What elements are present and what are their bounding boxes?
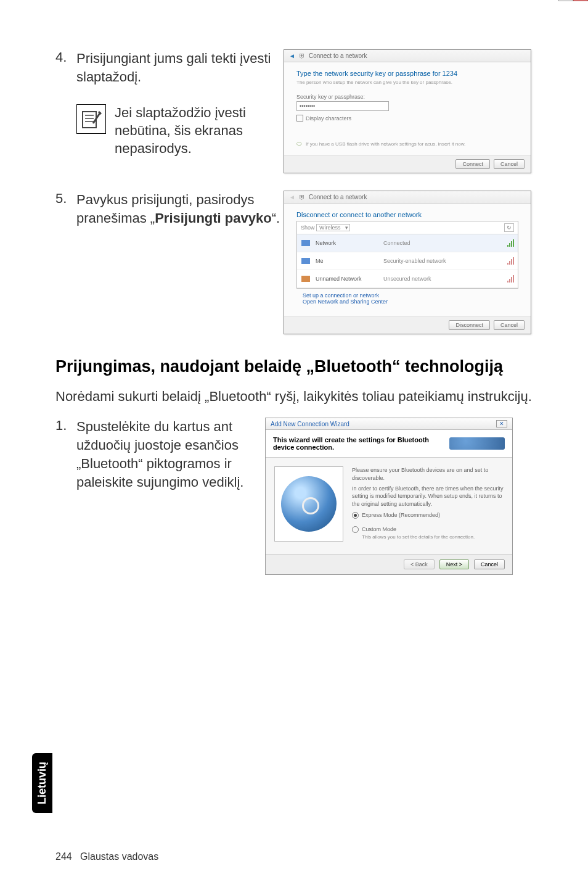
network-list-dialog: — ✕ ◄ ⛨ Connect to a network Disconnect …: [284, 191, 531, 334]
custom-mode-label: Custom Mode: [362, 526, 475, 534]
page-footer: 244 Glaustas vadovas: [55, 851, 158, 862]
svg-rect-0: [83, 112, 96, 128]
next-button[interactable]: Next >: [439, 559, 469, 569]
bt-body-line1: Please ensure your Bluetooth devices are…: [352, 466, 504, 482]
net-icon: ⛨: [299, 52, 305, 59]
display-chars-label: Display characters: [306, 115, 351, 122]
step4-number: 4.: [55, 49, 76, 65]
svg-rect-4: [301, 240, 310, 246]
bt-banner: This wizard will create the settings for…: [273, 436, 449, 451]
step5-text: Pavykus prisijungti, pasirodys pranešima…: [76, 191, 284, 227]
step5-number: 5.: [55, 191, 76, 207]
network-row[interactable]: Unnamed Network Unsecured network: [297, 270, 518, 288]
bt-title: Add New Connection Wizard: [271, 421, 349, 427]
express-mode-radio[interactable]: [352, 512, 359, 519]
svg-rect-6: [301, 276, 310, 282]
express-mode-label: Express Mode (Recommended): [362, 511, 440, 519]
network-row[interactable]: Me Security-enabled network: [297, 252, 518, 270]
sharing-center-link[interactable]: Open Network and Sharing Center: [303, 299, 512, 305]
bt-close-button[interactable]: ✕: [496, 420, 507, 427]
step4-text: Prisijungiant jums gali tekti įvesti sla…: [76, 49, 284, 86]
section-heading: Prijungimas, naudojant belaidę „Bluetoot…: [55, 357, 545, 377]
note-text: Jei slaptažodžio įvesti nebūtina, šis ek…: [115, 104, 284, 157]
bt-body-line2: In order to certify Bluetooth, there are…: [352, 485, 504, 508]
back-icon[interactable]: ◄: [289, 194, 295, 200]
setup-link[interactable]: Set up a connection or network: [303, 292, 512, 299]
net-icon: ⛨: [299, 194, 305, 200]
close-button[interactable]: ✕: [573, 0, 588, 1]
dialog1-title: Connect to a network: [309, 52, 367, 59]
key-label: Security key or passphrase:: [296, 94, 518, 100]
usb-icon: ⬭: [296, 140, 302, 147]
custom-mode-radio[interactable]: [352, 526, 359, 533]
svg-rect-5: [301, 258, 310, 264]
note-icon: [76, 104, 106, 134]
refresh-button[interactable]: ↻: [504, 223, 514, 232]
display-chars-checkbox[interactable]: [296, 115, 303, 122]
minimize-button[interactable]: —: [558, 0, 573, 1]
wifi-icon: [301, 257, 311, 265]
network-row[interactable]: Network Connected: [297, 234, 518, 252]
cancel-button[interactable]: Cancel: [494, 320, 525, 330]
connect-button[interactable]: Connect: [455, 159, 490, 169]
show-label: Show: [301, 225, 315, 231]
bt-orb-graphic: [274, 466, 343, 542]
dialog2-heading: Disconnect or connect to another network: [296, 211, 518, 218]
show-dropdown[interactable]: Wireless ▾: [316, 224, 350, 231]
step1-number: 1.: [55, 418, 76, 434]
wifi-icon: [301, 239, 311, 247]
network-key-dialog: — ✕ ◄ ⛨ Connect to a network Type the ne…: [284, 49, 531, 173]
dialog2-title: Connect to a network: [309, 194, 367, 200]
cancel-button[interactable]: Cancel: [494, 159, 525, 169]
language-tab: Lietuvių: [32, 753, 52, 813]
key-input[interactable]: ••••••••: [296, 101, 389, 111]
dialog1-sub: The person who setup the network can giv…: [296, 80, 518, 85]
bt-banner-graphic: [449, 437, 505, 450]
step1-text: Spustelėkite du kartus ant užduočių juos…: [76, 418, 265, 491]
dialog1-heading: Type the network security key or passphr…: [296, 70, 518, 77]
cancel-button[interactable]: Cancel: [474, 559, 505, 569]
bluetooth-wizard-dialog: Add New Connection Wizard ✕ This wizard …: [265, 418, 513, 575]
disconnect-button[interactable]: Disconnect: [449, 320, 490, 330]
wifi-icon: [301, 275, 311, 283]
section-body: Norėdami sukurti belaidį „Bluetooth“ ryš…: [55, 387, 545, 406]
back-button[interactable]: < Back: [404, 559, 435, 569]
back-icon[interactable]: ◄: [289, 52, 295, 59]
custom-mode-sub: This allows you to set the details for t…: [362, 534, 475, 540]
usb-hint: If you have a USB flash drive with netwo…: [306, 141, 465, 147]
